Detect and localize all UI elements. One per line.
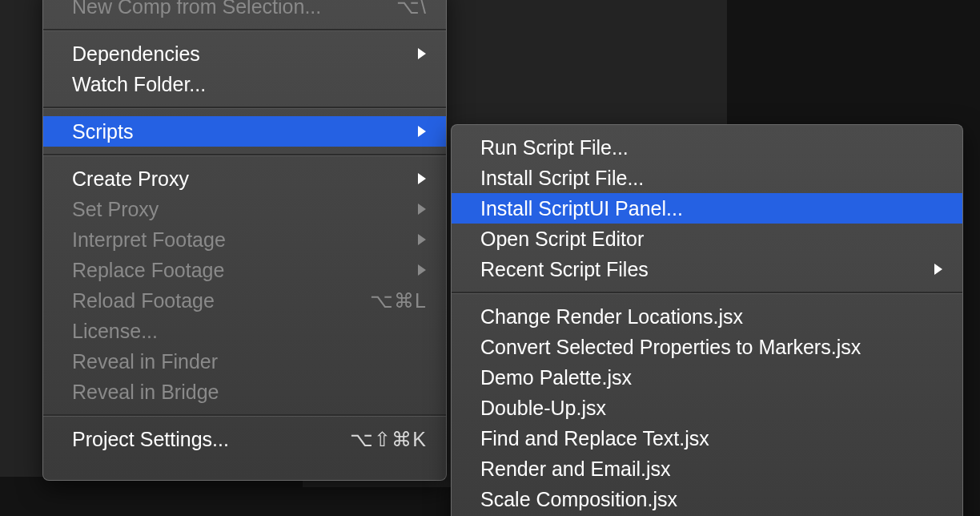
submenu-item-render-and-email[interactable]: Render and Email.jsx <box>452 454 962 484</box>
scripts-submenu[interactable]: Run Script File... Install Script File..… <box>451 124 963 516</box>
menu-item-label: New Comp from Selection... <box>72 0 396 18</box>
menu-item-shortcut: ⌥\ <box>396 0 427 18</box>
menu-item-label: Install Script File... <box>480 167 943 190</box>
menu-item-dependencies[interactable]: Dependencies <box>43 38 446 69</box>
menu-separator <box>43 29 446 31</box>
submenu-item-change-render-locations[interactable]: Change Render Locations.jsx <box>452 301 962 332</box>
submenu-item-find-and-replace-text[interactable]: Find and Replace Text.jsx <box>452 423 962 454</box>
menu-item-reload-footage: Reload Footage ⌥⌘L <box>43 285 446 316</box>
menu-item-shortcut: ⌥⇧⌘K <box>350 428 427 451</box>
menu-item-label: Demo Palette.jsx <box>480 366 943 389</box>
menu-item-label: Recent Script Files <box>480 258 932 281</box>
menu-item-label: Dependencies <box>72 42 416 66</box>
menu-item-shortcut: ⌥⌘L <box>370 289 427 312</box>
menu-item-replace-footage: Replace Footage <box>43 255 446 285</box>
submenu-arrow-icon <box>416 203 427 216</box>
submenu-item-install-scriptui-panel[interactable]: Install ScriptUI Panel... <box>452 193 962 224</box>
menu-separator <box>43 154 446 156</box>
submenu-item-scale-composition[interactable]: Scale Composition.jsx <box>452 484 962 514</box>
menu-separator <box>452 292 962 294</box>
menu-item-scripts[interactable]: Scripts <box>43 116 446 147</box>
menu-item-label: Open Script Editor <box>480 228 943 251</box>
menu-item-create-proxy[interactable]: Create Proxy <box>43 163 446 194</box>
menu-separator <box>43 414 446 417</box>
submenu-arrow-icon <box>416 47 427 60</box>
menu-item-label: Render and Email.jsx <box>480 458 943 481</box>
menu-item-label: Install ScriptUI Panel... <box>480 197 943 220</box>
file-menu[interactable]: New Comp from Selection... ⌥\ Dependenci… <box>42 0 447 481</box>
menu-item-label: Watch Folder... <box>72 73 427 96</box>
submenu-arrow-icon <box>416 233 427 246</box>
menu-item-watch-folder[interactable]: Watch Folder... <box>43 69 446 99</box>
menu-item-reveal-in-finder: Reveal in Finder <box>43 346 446 377</box>
menu-item-label: Find and Replace Text.jsx <box>480 427 943 450</box>
menu-item-label: Interpret Footage <box>72 228 416 252</box>
menu-item-label: License... <box>72 320 427 343</box>
menu-item-label: Reveal in Finder <box>72 350 427 373</box>
menu-item-label: Scripts <box>72 120 416 143</box>
menu-item-interpret-footage: Interpret Footage <box>43 224 446 255</box>
menu-item-label: Reveal in Bridge <box>72 381 427 404</box>
menu-separator <box>43 107 446 109</box>
menu-item-reveal-in-bridge: Reveal in Bridge <box>43 377 446 407</box>
submenu-item-recent-script-files[interactable]: Recent Script Files <box>452 254 962 284</box>
menu-item-label: Scale Composition.jsx <box>480 488 943 511</box>
menu-item-label: Create Proxy <box>72 167 416 191</box>
submenu-item-demo-palette[interactable]: Demo Palette.jsx <box>452 362 962 393</box>
menu-item-project-settings[interactable]: Project Settings... ⌥⇧⌘K <box>43 424 446 454</box>
submenu-arrow-icon <box>416 172 427 185</box>
menu-item-set-proxy: Set Proxy <box>43 194 446 224</box>
menu-item-label: Reload Footage <box>72 289 370 312</box>
submenu-item-run-script-file[interactable]: Run Script File... <box>452 132 962 163</box>
menu-item-label: Change Render Locations.jsx <box>480 305 943 329</box>
menu-item-label: Replace Footage <box>72 259 416 282</box>
menu-item-new-comp-from-selection: New Comp from Selection... ⌥\ <box>43 0 446 22</box>
submenu-item-install-script-file[interactable]: Install Script File... <box>452 163 962 193</box>
submenu-arrow-icon <box>416 125 427 138</box>
menu-item-license: License... <box>43 316 446 346</box>
menu-item-label: Convert Selected Properties to Markers.j… <box>480 336 943 359</box>
menu-item-label: Run Script File... <box>480 136 943 159</box>
submenu-item-convert-selected-properties[interactable]: Convert Selected Properties to Markers.j… <box>452 332 962 362</box>
submenu-arrow-icon <box>932 263 943 276</box>
menu-item-label: Set Proxy <box>72 198 416 221</box>
menu-item-label: Double-Up.jsx <box>480 397 943 420</box>
submenu-arrow-icon <box>416 264 427 276</box>
submenu-item-open-script-editor[interactable]: Open Script Editor <box>452 224 962 254</box>
submenu-item-double-up[interactable]: Double-Up.jsx <box>452 393 962 423</box>
menu-item-label: Project Settings... <box>72 428 350 451</box>
